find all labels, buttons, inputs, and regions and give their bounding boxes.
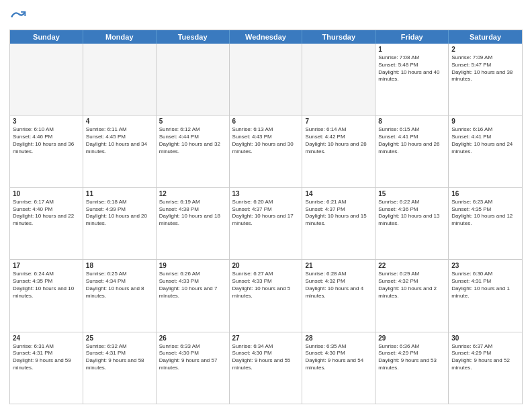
weekday-header-tuesday: Tuesday [157,30,230,44]
calendar-cell-2-0: 10Sunrise: 6:17 AM Sunset: 4:40 PM Dayli… [10,188,83,259]
day-number: 25 [86,334,153,342]
day-info: Sunrise: 6:33 AM Sunset: 4:30 PM Dayligh… [159,343,226,372]
day-number: 10 [13,190,80,197]
day-info: Sunrise: 6:24 AM Sunset: 4:35 PM Dayligh… [13,271,80,300]
day-number: 3 [13,118,80,125]
day-number: 11 [86,190,153,197]
calendar-cell-1-6: 9Sunrise: 6:16 AM Sunset: 4:41 PM Daylig… [449,116,522,187]
calendar: SundayMondayTuesdayWednesdayThursdayFrid… [9,30,523,404]
day-number: 2 [451,46,519,53]
calendar-cell-0-4 [302,44,375,115]
day-number: 7 [305,118,372,125]
calendar-row-0: 1Sunrise: 7:08 AM Sunset: 5:48 PM Daylig… [10,44,522,115]
calendar-cell-0-1 [83,44,157,115]
calendar-cell-3-6: 23Sunrise: 6:30 AM Sunset: 4:31 PM Dayli… [449,260,522,331]
weekday-header-friday: Friday [375,30,449,44]
day-info: Sunrise: 6:27 AM Sunset: 4:33 PM Dayligh… [232,271,300,300]
calendar-cell-1-2: 5Sunrise: 6:12 AM Sunset: 4:44 PM Daylig… [157,116,230,187]
day-info: Sunrise: 6:12 AM Sunset: 4:44 PM Dayligh… [159,126,226,155]
header [9,7,523,26]
page: SundayMondayTuesdayWednesdayThursdayFrid… [0,0,532,411]
calendar-row-4: 24Sunrise: 6:31 AM Sunset: 4:31 PM Dayli… [10,332,522,404]
day-number: 6 [232,118,300,125]
calendar-cell-4-5: 29Sunrise: 6:36 AM Sunset: 4:29 PM Dayli… [375,332,449,404]
calendar-cell-0-5: 1Sunrise: 7:08 AM Sunset: 5:48 PM Daylig… [375,44,449,115]
day-info: Sunrise: 6:17 AM Sunset: 4:40 PM Dayligh… [13,199,80,228]
day-info: Sunrise: 6:35 AM Sunset: 4:30 PM Dayligh… [305,343,372,372]
weekday-header-monday: Monday [83,30,157,44]
day-info: Sunrise: 6:15 AM Sunset: 4:41 PM Dayligh… [378,126,445,155]
day-number: 18 [86,262,153,269]
calendar-cell-2-5: 15Sunrise: 6:22 AM Sunset: 4:36 PM Dayli… [375,188,449,259]
day-info: Sunrise: 6:11 AM Sunset: 4:45 PM Dayligh… [86,126,153,155]
day-info: Sunrise: 6:19 AM Sunset: 4:38 PM Dayligh… [159,199,226,228]
calendar-cell-2-1: 11Sunrise: 6:18 AM Sunset: 4:39 PM Dayli… [83,188,157,259]
day-info: Sunrise: 6:31 AM Sunset: 4:31 PM Dayligh… [13,343,80,372]
calendar-cell-3-4: 21Sunrise: 6:28 AM Sunset: 4:32 PM Dayli… [302,260,375,331]
logo-icon [9,7,28,26]
calendar-row-2: 10Sunrise: 6:17 AM Sunset: 4:40 PM Dayli… [10,187,522,259]
day-number: 1 [378,46,445,53]
day-number: 5 [159,118,226,125]
weekday-header-sunday: Sunday [10,30,83,44]
calendar-cell-3-0: 17Sunrise: 6:24 AM Sunset: 4:35 PM Dayli… [10,260,83,331]
day-info: Sunrise: 6:29 AM Sunset: 4:32 PM Dayligh… [378,271,445,300]
day-number: 28 [305,334,372,342]
day-number: 23 [451,262,519,269]
day-number: 14 [305,190,372,197]
day-number: 30 [451,334,519,342]
day-info: Sunrise: 6:18 AM Sunset: 4:39 PM Dayligh… [86,199,153,228]
day-info: Sunrise: 6:14 AM Sunset: 4:42 PM Dayligh… [305,126,372,155]
day-number: 29 [378,334,445,342]
day-number: 24 [13,334,80,342]
day-info: Sunrise: 6:21 AM Sunset: 4:37 PM Dayligh… [305,199,372,228]
calendar-cell-4-1: 25Sunrise: 6:32 AM Sunset: 4:31 PM Dayli… [83,332,157,404]
calendar-cell-4-6: 30Sunrise: 6:37 AM Sunset: 4:29 PM Dayli… [449,332,522,404]
calendar-cell-1-0: 3Sunrise: 6:10 AM Sunset: 4:46 PM Daylig… [10,116,83,187]
day-number: 27 [232,334,300,342]
weekday-header-saturday: Saturday [449,30,522,44]
day-info: Sunrise: 6:37 AM Sunset: 4:29 PM Dayligh… [451,343,519,372]
calendar-cell-3-3: 20Sunrise: 6:27 AM Sunset: 4:33 PM Dayli… [230,260,303,331]
day-info: Sunrise: 6:13 AM Sunset: 4:43 PM Dayligh… [232,126,300,155]
day-info: Sunrise: 6:23 AM Sunset: 4:35 PM Dayligh… [451,199,519,228]
calendar-cell-2-2: 12Sunrise: 6:19 AM Sunset: 4:38 PM Dayli… [157,188,230,259]
day-number: 15 [378,190,445,197]
calendar-cell-0-6: 2Sunrise: 7:09 AM Sunset: 5:47 PM Daylig… [449,44,522,115]
day-number: 17 [13,262,80,269]
day-info: Sunrise: 6:22 AM Sunset: 4:36 PM Dayligh… [378,199,445,228]
day-info: Sunrise: 6:32 AM Sunset: 4:31 PM Dayligh… [86,343,153,372]
day-info: Sunrise: 6:34 AM Sunset: 4:30 PM Dayligh… [232,343,300,372]
calendar-cell-4-2: 26Sunrise: 6:33 AM Sunset: 4:30 PM Dayli… [157,332,230,404]
day-info: Sunrise: 6:36 AM Sunset: 4:29 PM Dayligh… [378,343,445,372]
day-number: 26 [159,334,226,342]
weekday-header-wednesday: Wednesday [230,30,303,44]
calendar-cell-2-6: 16Sunrise: 6:23 AM Sunset: 4:35 PM Dayli… [449,188,522,259]
logo [9,7,31,26]
calendar-row-1: 3Sunrise: 6:10 AM Sunset: 4:46 PM Daylig… [10,115,522,187]
calendar-cell-0-2 [157,44,230,115]
day-number: 21 [305,262,372,269]
calendar-cell-3-1: 18Sunrise: 6:25 AM Sunset: 4:34 PM Dayli… [83,260,157,331]
calendar-cell-1-5: 8Sunrise: 6:15 AM Sunset: 4:41 PM Daylig… [375,116,449,187]
calendar-row-3: 17Sunrise: 6:24 AM Sunset: 4:35 PM Dayli… [10,259,522,331]
calendar-cell-1-4: 7Sunrise: 6:14 AM Sunset: 4:42 PM Daylig… [302,116,375,187]
day-number: 12 [159,190,226,197]
calendar-cell-1-3: 6Sunrise: 6:13 AM Sunset: 4:43 PM Daylig… [230,116,303,187]
calendar-cell-2-4: 14Sunrise: 6:21 AM Sunset: 4:37 PM Dayli… [302,188,375,259]
calendar-cell-2-3: 13Sunrise: 6:20 AM Sunset: 4:37 PM Dayli… [230,188,303,259]
day-number: 22 [378,262,445,269]
day-info: Sunrise: 6:28 AM Sunset: 4:32 PM Dayligh… [305,271,372,300]
day-number: 16 [451,190,519,197]
day-number: 19 [159,262,226,269]
day-number: 9 [451,118,519,125]
day-info: Sunrise: 6:26 AM Sunset: 4:33 PM Dayligh… [159,271,226,300]
day-info: Sunrise: 6:10 AM Sunset: 4:46 PM Dayligh… [13,126,80,155]
calendar-cell-3-5: 22Sunrise: 6:29 AM Sunset: 4:32 PM Dayli… [375,260,449,331]
calendar-cell-3-2: 19Sunrise: 6:26 AM Sunset: 4:33 PM Dayli… [157,260,230,331]
calendar-cell-4-4: 28Sunrise: 6:35 AM Sunset: 4:30 PM Dayli… [302,332,375,404]
day-number: 20 [232,262,300,269]
calendar-cell-4-0: 24Sunrise: 6:31 AM Sunset: 4:31 PM Dayli… [10,332,83,404]
day-info: Sunrise: 7:09 AM Sunset: 5:47 PM Dayligh… [451,54,519,83]
day-number: 8 [378,118,445,125]
